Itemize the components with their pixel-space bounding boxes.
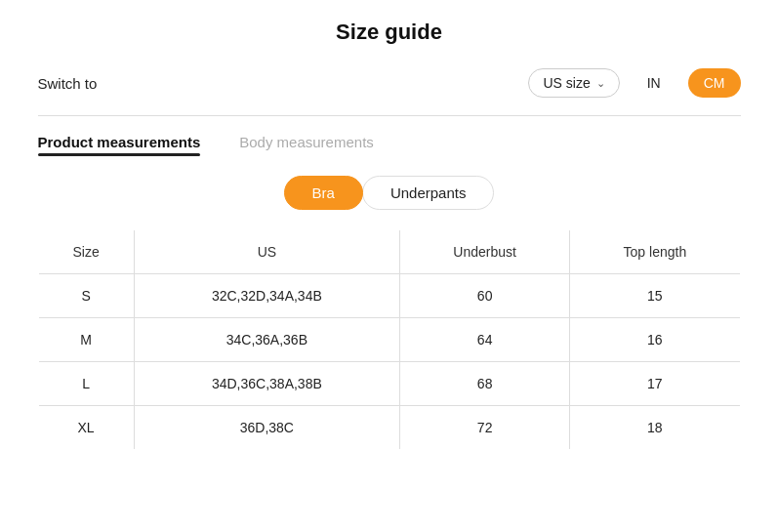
chevron-down-icon: ⌄ xyxy=(596,77,605,90)
table-header-row: Size US Underbust Top length xyxy=(38,230,740,274)
cell-underbust: 68 xyxy=(400,362,570,406)
subtab-underpants[interactable]: Underpants xyxy=(362,176,495,210)
cell-top_length: 16 xyxy=(570,318,740,362)
cell-us: 36D,38C xyxy=(134,406,399,450)
table-row: L34D,36C,38A,38B6817 xyxy=(38,362,740,406)
col-size: Size xyxy=(38,230,134,274)
cell-us: 34C,36A,36B xyxy=(134,318,399,362)
col-top-length: Top length xyxy=(570,230,740,274)
cell-top_length: 17 xyxy=(570,362,740,406)
unit-in-button[interactable]: IN xyxy=(632,68,676,98)
tab-body-measurements[interactable]: Body measurements xyxy=(239,134,374,156)
cell-size: M xyxy=(38,318,134,362)
cell-size: S xyxy=(38,274,134,318)
col-us: US xyxy=(134,230,399,274)
us-size-dropdown[interactable]: US size ⌄ xyxy=(528,68,619,98)
switch-label: Switch to xyxy=(38,75,98,92)
subtab-bra[interactable]: Bra xyxy=(284,176,363,210)
table-row: S32C,32D,34A,34B6015 xyxy=(38,274,740,318)
dropdown-value: US size xyxy=(543,75,590,91)
table-row: XL36D,38C7218 xyxy=(38,406,740,450)
cell-top_length: 18 xyxy=(570,406,740,450)
col-underbust: Underbust xyxy=(400,230,570,274)
cell-us: 32C,32D,34A,34B xyxy=(134,274,399,318)
page-title: Size guide xyxy=(38,20,741,45)
table-row: M34C,36A,36B6416 xyxy=(38,318,740,362)
cell-underbust: 64 xyxy=(400,318,570,362)
tab-product-measurements[interactable]: Product measurements xyxy=(38,134,201,156)
cell-underbust: 72 xyxy=(400,406,570,450)
main-tabs: Product measurements Body measurements xyxy=(38,134,741,156)
unit-cm-button[interactable]: CM xyxy=(688,68,741,98)
subtabs: Bra Underpants xyxy=(38,176,741,210)
cell-size: XL xyxy=(38,406,134,450)
cell-size: L xyxy=(38,362,134,406)
switch-row: Switch to US size ⌄ IN CM xyxy=(38,68,741,98)
section-divider xyxy=(38,115,741,116)
cell-underbust: 60 xyxy=(400,274,570,318)
cell-us: 34D,36C,38A,38B xyxy=(134,362,399,406)
size-table: Size US Underbust Top length S32C,32D,34… xyxy=(38,229,741,450)
cell-top_length: 15 xyxy=(570,274,740,318)
